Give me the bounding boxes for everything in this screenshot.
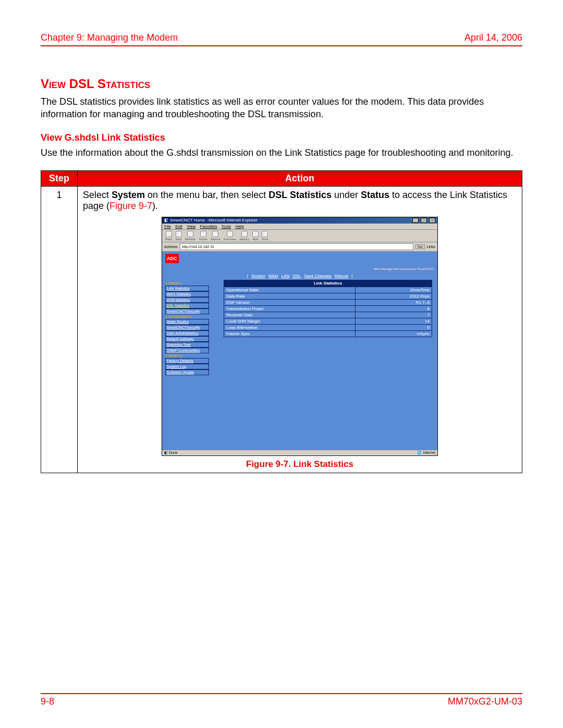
mail-button[interactable]: Mail <box>252 231 259 241</box>
stats-row: Transmission Power8 <box>224 305 432 312</box>
stats-row: Loop Attenuation0 <box>224 324 432 330</box>
sidebar-item-security[interactable]: SmartCNCTSecurity <box>165 309 209 314</box>
section-title: View DSL Statistics <box>41 77 522 91</box>
sidebar-item-wan-stats[interactable]: WAN Statistics <box>165 291 209 297</box>
chapter-label: Chapter 9: Managing the Modem <box>41 32 178 43</box>
stats-row: Framer SyncInSync <box>224 330 432 337</box>
close-button[interactable]: × <box>429 218 435 223</box>
th-action: Action <box>78 170 522 186</box>
toolbar: Back Stop Refresh Home Search Favorites … <box>162 230 437 242</box>
stats-row: DSP VersionR1.7.-6 <box>224 299 432 305</box>
powered-by-label: Web Management powered by SmartCNCT <box>374 267 434 270</box>
back-icon <box>166 231 172 237</box>
menu-favorites[interactable]: Favorites <box>200 224 217 229</box>
main-nav: [ System WAN LAN DSL Save Changes Reboot… <box>162 274 437 278</box>
menu-bar[interactable]: File Edit View Favorites Tools Help <box>162 224 437 230</box>
sidebar-item-static-routes[interactable]: Static Routes <box>165 319 209 325</box>
adc-logo: ADC <box>165 254 179 263</box>
refresh-icon <box>187 231 193 237</box>
window-titlebar: ◧ SmartCNCT Home - Microsoft Internet Ex… <box>162 217 437 224</box>
figure-caption: Figure 9-7. Link Statistics <box>162 459 438 470</box>
sub-paragraph: Use the information about the G.shdsl tr… <box>41 146 522 159</box>
sidebar-item-atm-stats[interactable]: ATM Statistics <box>165 297 209 303</box>
menu-file[interactable]: File <box>164 224 171 229</box>
minimize-button[interactable]: _ <box>412 218 419 223</box>
nav-dsl[interactable]: DSL <box>293 274 301 278</box>
menu-help[interactable]: Help <box>236 224 244 229</box>
action-text: Select System on the menu bar, then sele… <box>83 190 507 211</box>
sidebar-group-system: [ System ] <box>165 353 209 358</box>
menu-tools[interactable]: Tools <box>222 224 231 229</box>
doc-id: MM70xG2-UM-03 <box>448 696 522 707</box>
stop-icon <box>176 231 182 237</box>
history-icon <box>241 231 248 237</box>
favorites-icon <box>227 231 233 237</box>
nav-wan[interactable]: WAN <box>268 274 278 278</box>
step-number: 1 <box>41 186 78 473</box>
maximize-button[interactable]: □ <box>421 218 427 223</box>
home-button[interactable]: Home <box>199 231 207 241</box>
ie-icon: ◧ <box>164 218 168 223</box>
status-bar: ◧ Done 🌐 Internet <box>162 450 437 455</box>
address-label: Address <box>164 245 178 249</box>
status-done: ◧ Done <box>164 451 178 455</box>
footer-bar: 9-8 MM70xG2-UM-03 <box>41 693 522 707</box>
sidebar-item-user-admin[interactable]: User Administration <box>165 330 209 336</box>
stats-row: Operational StateShowTime <box>224 287 432 293</box>
window-title: SmartCNCT Home - Microsoft Internet Expl… <box>170 218 258 223</box>
sidebar-item-default-gw[interactable]: Default Gateway <box>165 336 209 342</box>
screenshot: ◧ SmartCNCT Home - Microsoft Internet Ex… <box>162 217 438 470</box>
mail-icon <box>252 231 259 237</box>
menu-view[interactable]: View <box>187 224 195 229</box>
stop-button[interactable]: Stop <box>175 231 181 241</box>
nav-reboot[interactable]: Reboot <box>335 274 348 278</box>
step-table: Step Action 1 Select System on the menu … <box>41 170 522 473</box>
refresh-button[interactable]: Refresh <box>185 231 196 241</box>
page-body: ADC Web Management powered by SmartCNCT … <box>162 252 437 450</box>
sidebar-item-security2[interactable]: SmartCNCTSecurity <box>165 325 209 330</box>
sidebar: [ Status ] LAN Statistics WAN Statistics… <box>165 281 209 375</box>
nav-save[interactable]: Save Changes <box>304 274 331 278</box>
sidebar-group-status: [ Status ] <box>165 281 209 286</box>
subtitle: View G.shdsl Link Statistics <box>41 132 522 143</box>
favorites-button[interactable]: Favorites <box>224 231 237 241</box>
nav-lan[interactable]: LAN <box>282 274 290 278</box>
links-label[interactable]: Links <box>427 245 435 249</box>
nav-system[interactable]: System <box>251 274 265 278</box>
sidebar-item-snmp[interactable]: SNMP Communities <box>165 348 209 353</box>
address-input[interactable] <box>180 243 414 250</box>
back-button[interactable]: Back <box>165 231 172 241</box>
go-button[interactable]: Go <box>415 244 424 249</box>
stats-row: Receiver Gain7 <box>224 312 432 318</box>
page-number: 9-8 <box>41 696 54 707</box>
home-icon <box>200 231 206 237</box>
sidebar-item-spanning-tree[interactable]: Spanning Tree <box>165 342 209 348</box>
status-zone: 🌐 Internet <box>417 451 435 455</box>
date-label: April 14, 2006 <box>464 32 522 43</box>
table-row: 1 Select System on the menu bar, then se… <box>41 186 522 473</box>
search-button[interactable]: Search <box>211 231 221 241</box>
stats-title: Link Statistics <box>224 280 432 287</box>
th-step: Step <box>41 170 78 186</box>
sidebar-item-software-update[interactable]: Software Update <box>165 369 209 375</box>
history-button[interactable]: History <box>239 231 249 241</box>
search-icon <box>212 231 218 237</box>
header-bar: Chapter 9: Managing the Modem April 14, … <box>41 32 522 46</box>
sidebar-group-config: [ Configuration ] <box>165 314 209 319</box>
stats-row: Data Rate2312 Kbps <box>224 293 432 299</box>
print-icon <box>262 231 268 237</box>
sidebar-item-lan-stats[interactable]: LAN Statistics <box>165 286 209 291</box>
sidebar-item-system-log[interactable]: System Log <box>165 364 209 369</box>
print-button[interactable]: Print <box>262 231 268 241</box>
action-cell: Select System on the menu bar, then sele… <box>78 186 522 473</box>
sidebar-item-factory-defaults[interactable]: Factory Defaults <box>165 358 209 364</box>
stats-panel: Link Statistics Operational StateShowTim… <box>224 280 432 337</box>
browser-window: ◧ SmartCNCT Home - Microsoft Internet Ex… <box>162 217 438 456</box>
stats-row: Local SNR Margin14 <box>224 318 432 324</box>
stats-table: Operational StateShowTime Data Rate2312 … <box>224 287 432 337</box>
intro-paragraph: The DSL statistics provides link statist… <box>41 95 522 121</box>
sidebar-item-dsl-stats[interactable]: DSL Statistics <box>165 303 209 309</box>
address-bar: Address Go Links <box>162 242 437 252</box>
menu-edit[interactable]: Edit <box>175 224 182 229</box>
